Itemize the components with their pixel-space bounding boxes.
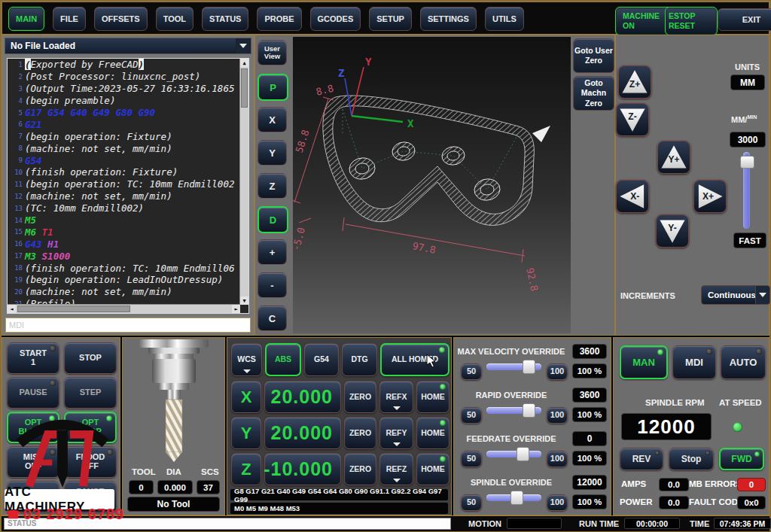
dro-header-all-homed[interactable]: ALL HOMED <box>380 343 449 376</box>
zero-z-button[interactable]: ZERO <box>344 453 376 485</box>
zero-y-button[interactable]: ZERO <box>344 417 376 449</box>
goto-button-machine-zero[interactable]: Goto Machn Zero <box>573 76 614 111</box>
view-button--[interactable]: - <box>258 272 287 298</box>
jog-Y-minus-button[interactable]: Y- <box>656 214 689 248</box>
brand-phone: ☎ 03 2929 6789 <box>6 506 124 523</box>
override-slider-handle[interactable] <box>510 491 523 505</box>
override-slider[interactable] <box>486 494 541 501</box>
menu-item-tool[interactable]: TOOL <box>156 7 194 31</box>
override-percent-display: 100 % <box>572 494 607 509</box>
override-slider-handle[interactable] <box>523 403 535 418</box>
file-dropdown-button[interactable] <box>236 38 251 53</box>
stat-label-fault-code: FAULT CODE <box>689 497 744 506</box>
ref-z-button[interactable]: REFZ <box>379 453 413 485</box>
zero-x-button[interactable]: ZERO <box>344 381 376 413</box>
gcode-token: ( <box>25 59 31 70</box>
menu-item-gcodes[interactable]: GCODES <box>310 7 361 31</box>
view-button-+[interactable]: + <box>258 239 287 265</box>
user-view-button[interactable]: User View <box>258 40 287 65</box>
gcode-viewer[interactable]: 1(Exported by FreeCAD)2(Post Processor: … <box>7 58 249 314</box>
override-min-button[interactable]: 50 <box>461 494 482 511</box>
override-slider[interactable] <box>486 451 541 458</box>
toolpath-preview[interactable]: 8.8 58.8 -5.0 97.8 92.8 Y Z X <box>293 37 571 333</box>
menu-item-settings[interactable]: SETTINGS <box>420 7 477 31</box>
dropdown-arrow-icon <box>393 442 401 446</box>
svg-text:-5.0: -5.0 <box>293 226 307 252</box>
jog-Y-minusplus-button[interactable]: Y+ <box>657 141 690 174</box>
view-button-x[interactable]: X <box>258 107 287 132</box>
view-button-y[interactable]: Y <box>258 140 287 166</box>
ref-x-button[interactable]: REFX <box>379 381 413 413</box>
active-gcodes: G8 G17 G21 G40 G49 G54 G64 G80 G90 G91.1… <box>230 489 448 500</box>
override-slider-handle[interactable] <box>523 360 535 374</box>
mode-button-mdi[interactable]: MDI <box>672 345 716 379</box>
scroll-up-icon[interactable]: ▲ <box>240 59 248 67</box>
horizontal-scroll-thumb[interactable] <box>17 306 130 312</box>
scroll-down-icon[interactable]: ▼ <box>240 296 248 305</box>
vertical-scrollbar[interactable]: ▲ ▼ <box>239 59 248 305</box>
gcode-line-text: (finish operation: TC: 10mm Endmill06 <box>25 263 234 274</box>
dro-panel: WCSABSG54DTGALL HOMED X20.000ZEROREFXHOM… <box>227 337 452 515</box>
override-slider-handle[interactable] <box>517 447 529 461</box>
exit-button[interactable]: EXIT <box>718 8 771 31</box>
gcode-line-text: (Post Processor: linuxcnc_post) <box>25 71 200 82</box>
horizontal-scrollbar[interactable]: ◄ ► <box>8 304 240 313</box>
override-slider[interactable] <box>486 407 541 414</box>
cycle-button-start-1[interactable]: START 1 <box>7 342 59 374</box>
dro-header-g54[interactable]: G54 <box>304 343 339 376</box>
menu-item-probe[interactable]: PROBE <box>257 7 301 31</box>
view-button-z[interactable]: Z <box>258 173 287 199</box>
svg-text:Z: Z <box>338 67 344 79</box>
cycle-button-stop[interactable]: STOP <box>64 342 117 374</box>
dro-header-abs[interactable]: ABS <box>265 343 301 376</box>
view-button-p[interactable]: P <box>258 74 288 101</box>
goto-button-user-zero[interactable]: Goto User Zero <box>573 38 614 73</box>
tool-panel: TOOL DIA SCS 0 0.000 37 No Tool <box>122 337 225 515</box>
view-button-c[interactable]: C <box>258 306 287 331</box>
override-max-button[interactable]: 100 <box>547 494 568 511</box>
override-min-button[interactable]: 50 <box>461 451 482 467</box>
override-max-button[interactable]: 100 <box>547 407 568 424</box>
override-slider[interactable] <box>486 363 541 370</box>
dro-header-dtg[interactable]: DTG <box>342 343 377 376</box>
scroll-right-icon[interactable]: ► <box>232 305 240 313</box>
increments-dropdown[interactable]: Continuous <box>701 285 770 305</box>
menu-item-status[interactable]: STATUS <box>202 7 248 31</box>
home-y-button[interactable]: HOME <box>416 417 449 449</box>
increments-dropdown-arrow-icon[interactable] <box>755 286 769 304</box>
menu-item-utils[interactable]: UTILS <box>485 7 524 31</box>
menu-item-main[interactable]: MAIN <box>8 7 44 31</box>
gcode-line-text: G17 G54 G40 G49 G80 G90 <box>25 107 155 118</box>
override-min-button[interactable]: 50 <box>461 407 482 424</box>
gcode-line-number: 16 <box>8 240 25 248</box>
mode-button-auto[interactable]: AUTO <box>721 345 766 379</box>
override-min-button[interactable]: 50 <box>461 363 482 380</box>
spindle-rev-button[interactable]: REV <box>620 448 663 470</box>
spindle-fwd-button[interactable]: FWD <box>719 448 764 470</box>
home-z-button[interactable]: HOME <box>416 453 449 485</box>
estop-reset-button[interactable]: ESTOP RESET <box>665 7 718 35</box>
jog-X-minus-button[interactable]: X- <box>616 180 649 213</box>
jog-X-minusplus-button[interactable]: X+ <box>693 180 727 213</box>
view-button-d[interactable]: D <box>258 206 288 233</box>
jog-Z-minus-button[interactable]: Z- <box>616 103 649 136</box>
atc-logo <box>11 403 114 492</box>
gcode-line-text: M3 S1000 <box>25 251 70 262</box>
menu-item-setup[interactable]: SETUP <box>369 7 412 31</box>
ref-y-button[interactable]: REFY <box>379 417 413 449</box>
override-max-button[interactable]: 100 <box>547 363 568 380</box>
spindle-stop-button[interactable]: Stop <box>669 448 714 470</box>
vertical-scroll-thumb[interactable] <box>241 68 248 108</box>
jog-rate-slider-handle[interactable] <box>740 156 754 169</box>
cnc-control-window: MAINFILEOFFSETSTOOLSTATUSPROBEGCODESSETU… <box>0 0 771 532</box>
dro-header-wcs[interactable]: WCS <box>231 343 262 376</box>
mdi-input[interactable] <box>5 318 251 333</box>
mode-button-man[interactable]: MAN <box>620 345 668 379</box>
jog-Z-minusplus-button[interactable]: Z+ <box>618 65 651 99</box>
menu-item-offsets[interactable]: OFFSETS <box>94 7 148 31</box>
scroll-left-icon[interactable]: ◄ <box>8 305 16 313</box>
override-max-button[interactable]: 100 <box>547 451 568 467</box>
menu-item-file[interactable]: FILE <box>53 7 86 31</box>
home-x-button[interactable]: HOME <box>416 381 449 413</box>
gcode-line-number: 10 <box>8 169 25 176</box>
